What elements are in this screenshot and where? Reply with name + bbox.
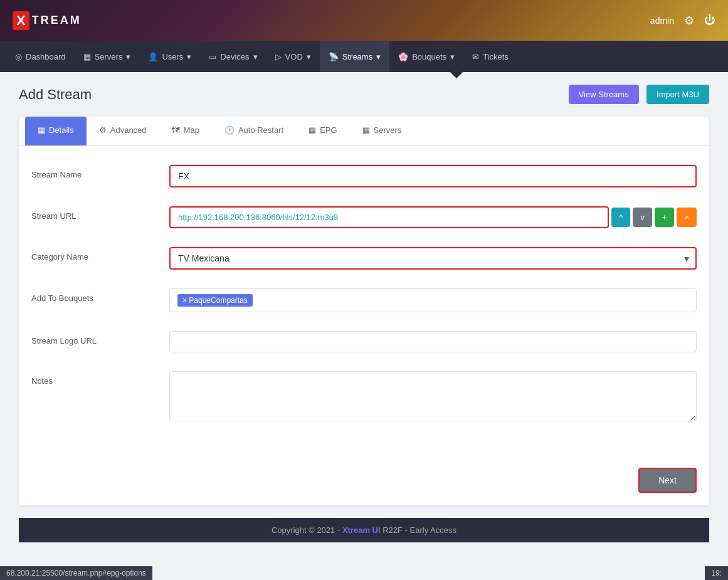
nav-label-devices: Devices (220, 52, 249, 61)
import-m3u-button[interactable]: Import M3U (646, 85, 709, 104)
bouquets-chevron-icon: ▾ (450, 52, 455, 61)
servers-chevron-icon: ▾ (126, 52, 130, 61)
nav-dropdown-arrow (450, 72, 463, 78)
stream-logo-row: Stream Logo URL (31, 331, 697, 352)
stream-url-label: Stream URL (31, 206, 169, 221)
bouquet-tag-text: × PaqueCompartas (182, 296, 248, 305)
stream-name-row: Stream Name (31, 165, 697, 187)
stream-logo-field (169, 331, 697, 352)
category-select-wrapper: TV Mexicana ▾ (169, 247, 697, 270)
users-icon: 👤 (148, 52, 158, 61)
category-name-select[interactable]: TV Mexicana (171, 248, 695, 268)
nav-label-bouquets: Bouquets (412, 52, 446, 61)
bouquets-row: Add To Bouquets × PaqueCompartas (31, 288, 697, 312)
header: X TREAM admin ⚙ ⏻ (0, 0, 728, 41)
users-chevron-icon: ▾ (187, 52, 191, 61)
logo-x: X (13, 11, 29, 30)
next-button[interactable]: Next (638, 468, 697, 493)
map-tab-icon: 🗺 (172, 125, 180, 135)
category-name-row: Category Name TV Mexicana ▾ (31, 247, 697, 270)
bouquet-tags-container[interactable]: × PaqueCompartas (169, 288, 697, 312)
tab-map[interactable]: 🗺 Map (159, 117, 212, 145)
url-add-button[interactable]: + (655, 208, 675, 227)
notes-row: Notes (31, 371, 697, 424)
notes-label: Notes (31, 371, 169, 386)
nav-item-vod[interactable]: ▷ VOD ▾ (266, 41, 320, 72)
nav-item-users[interactable]: 👤 Users ▾ (139, 41, 200, 72)
nav-label-users: Users (162, 52, 183, 61)
status-bar-time: 19: (705, 566, 728, 580)
form-body: Stream Name Stream URL ^ v + × (19, 146, 709, 461)
notes-textarea[interactable] (169, 371, 697, 421)
bouquets-icon: 🌸 (398, 52, 408, 61)
footer-text: Copyright © 2021 - (272, 525, 342, 535)
tab-servers[interactable]: ▦ Servers (350, 117, 414, 145)
url-remove-button[interactable]: × (677, 208, 697, 227)
nav-label-tickets: Tickets (483, 52, 509, 61)
main-nav: ◎ Dashboard ▦ Servers ▾ 👤 Users ▾ ▭ Devi… (0, 41, 728, 72)
tab-auto-restart[interactable]: 🕐 Auto Restart (212, 117, 296, 145)
stream-url-field: ^ v + × (169, 206, 697, 228)
nav-item-bouquets[interactable]: 🌸 Bouquets ▾ (389, 41, 463, 72)
tab-epg[interactable]: ▦ EPG (296, 117, 349, 145)
view-streams-button[interactable]: View Streams (569, 85, 639, 104)
admin-label: admin (650, 16, 674, 26)
page-actions: View Streams Import M3U (569, 85, 709, 104)
nav-item-dashboard[interactable]: ◎ Dashboard (6, 41, 75, 72)
nav-label-streams: Streams (342, 52, 372, 61)
url-up-button[interactable]: ^ (611, 208, 630, 227)
servers-tab-icon: ▦ (362, 125, 370, 135)
nav-item-streams[interactable]: 📡 Streams ▾ (320, 41, 389, 72)
tickets-icon: ✉ (472, 52, 479, 61)
vod-icon: ▷ (275, 52, 282, 61)
dashboard-icon: ◎ (15, 52, 22, 61)
map-tab-label: Map (184, 125, 199, 135)
devices-icon: ▭ (209, 52, 216, 61)
stream-logo-label: Stream Logo URL (31, 331, 169, 345)
page-footer: Copyright © 2021 - Xtream UI R22F - Earl… (19, 518, 709, 542)
advanced-tab-icon: ⚙ (99, 125, 107, 135)
url-down-button[interactable]: v (633, 208, 652, 227)
nav-label-dashboard: Dashboard (26, 52, 66, 61)
nav-item-devices[interactable]: ▭ Devices ▾ (200, 41, 266, 72)
streams-chevron-icon: ▾ (376, 52, 381, 61)
nav-label-servers: Servers (95, 52, 123, 61)
stream-name-field (169, 165, 697, 187)
tab-advanced[interactable]: ⚙ Advanced (87, 117, 159, 145)
power-icon[interactable]: ⏻ (704, 14, 715, 27)
stream-name-label: Stream Name (31, 165, 169, 179)
url-row: ^ v + × (169, 206, 697, 228)
nav-item-tickets[interactable]: ✉ Tickets (463, 41, 517, 72)
logo: X TREAM (13, 11, 82, 30)
stream-name-input[interactable] (169, 165, 697, 187)
form-tabs: ▦ Details ⚙ Advanced 🗺 Map 🕐 Auto Restar… (19, 117, 709, 146)
streams-icon: 📡 (329, 52, 339, 61)
servers-tab-label: Servers (374, 125, 402, 135)
category-name-field: TV Mexicana ▾ (169, 247, 697, 270)
stream-url-row: Stream URL ^ v + × (31, 206, 697, 228)
notes-field (169, 371, 697, 424)
epg-tab-icon: ▦ (309, 125, 316, 135)
settings-icon[interactable]: ⚙ (684, 14, 694, 28)
epg-tab-label: EPG (320, 125, 337, 135)
details-tab-label: Details (49, 125, 74, 135)
nav-label-vod: VOD (285, 52, 303, 61)
stream-logo-input[interactable] (169, 331, 697, 352)
category-name-label: Category Name (31, 247, 169, 261)
auto-restart-tab-icon: 🕐 (224, 125, 235, 135)
advanced-tab-label: Advanced (110, 125, 147, 135)
bouquet-tag: × PaqueCompartas (177, 294, 253, 307)
auto-restart-tab-label: Auto Restart (238, 125, 283, 135)
vod-chevron-icon: ▾ (307, 52, 311, 61)
footer-brand: Xtream UI (342, 525, 381, 535)
stream-url-input[interactable] (169, 206, 609, 228)
status-bar-url: 68.200.21:25500/stream.php#epg-options (0, 566, 152, 580)
bouquets-label: Add To Bouquets (31, 288, 169, 303)
tab-details[interactable]: ▦ Details (25, 117, 87, 145)
bouquets-field: × PaqueCompartas (169, 288, 697, 312)
servers-icon: ▦ (83, 52, 91, 61)
header-right: admin ⚙ ⏻ (650, 14, 715, 28)
nav-item-servers[interactable]: ▦ Servers ▾ (75, 41, 140, 72)
form-card: ▦ Details ⚙ Advanced 🗺 Map 🕐 Auto Restar… (19, 117, 709, 505)
logo-text: TREAM (32, 14, 82, 27)
